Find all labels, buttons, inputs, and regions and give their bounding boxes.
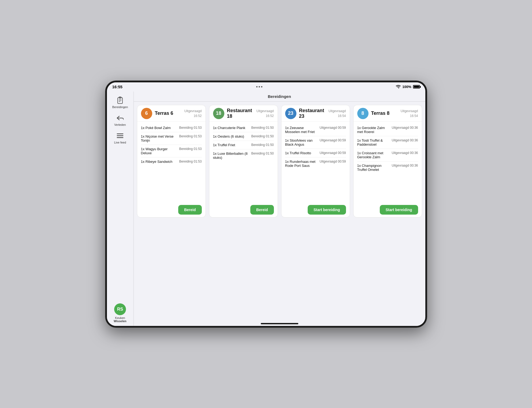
card-items-3: 1x Gerookte Zalm met RoereiUitgevraagd 0… (354, 122, 422, 202)
item-status-2-2: Uitgevraagd 00:59 (319, 151, 346, 155)
item-name-2-1: 1x Stoofvlees van Black Angus (285, 138, 318, 146)
item-status-0-2: Bereiding 01:53 (179, 147, 202, 151)
card-header-3: 8Terras 8Uitgevraagd16:54 (354, 105, 422, 122)
action-button-0[interactable]: Bereid (178, 205, 202, 215)
order-item-0-0: 1x Poké Bowl ZalmBereiding 01:53 (141, 124, 202, 132)
battery-icon (413, 85, 420, 89)
order-item-2-1: 1x Stoofvlees van Black AngusUitgevraagd… (285, 136, 346, 149)
item-name-2-2: 1x Truffel Risotto (285, 151, 318, 155)
status-time: 16:55 (112, 84, 122, 89)
item-status-0-1: Bereiding 01:53 (179, 134, 202, 138)
item-name-0-3: 1x Ribeye Sandwich (141, 160, 177, 164)
card-meta-1: Uitgevraagd16:52 (256, 109, 274, 118)
item-status-3-3: Uitgevraagd 00:36 (392, 164, 418, 167)
order-item-2-0: 1x Zeeuwse Mosselen met FrietUitgevraagd… (285, 124, 346, 136)
item-name-2-0: 1x Zeeuwse Mosselen met Friet (285, 126, 318, 134)
action-button-2[interactable]: Start bereiding (308, 205, 346, 215)
wifi-icon (396, 85, 401, 89)
order-item-1-2: 1x Truffel FrietBereiding 01:50 (213, 141, 274, 149)
card-footer-1: Bereid (209, 202, 278, 217)
page-title: Bereidingen (268, 94, 291, 99)
action-button-1[interactable]: Bereid (250, 205, 274, 215)
item-name-1-0: 1x Charcuterie Plank (213, 126, 249, 130)
item-name-1-2: 1x Truffel Friet (213, 143, 249, 147)
order-item-2-2: 1x Truffel RisottoUitgevraagd 00:59 (285, 149, 346, 157)
order-item-3-0: 1x Gerookte Zalm met RoereiUitgevraagd 0… (357, 124, 418, 136)
status-bar-center (256, 86, 262, 87)
card-title-group-2: Restaurant 23 (299, 108, 326, 119)
table-badge-3: 8 (357, 108, 369, 119)
order-card-1: 18Restaurant 18Uitgevraagd16:521x Charcu… (209, 105, 278, 218)
card-meta-3: Uitgevraagd16:54 (401, 109, 418, 118)
card-items-1: 1x Charcuterie PlankBereiding 01:501x Oe… (209, 122, 278, 202)
order-item-3-1: 1x Tosti Truffel & PaddenstoelUitgevraag… (357, 136, 418, 149)
page-title-bar: Bereidingen (134, 91, 425, 102)
action-button-3[interactable]: Start bereiding (380, 205, 418, 215)
order-card-3: 8Terras 8Uitgevraagd16:541x Gerookte Zal… (353, 105, 422, 218)
item-name-3-2: 1x Croissant met Gerookte Zalm (357, 151, 390, 159)
order-card-0: 6Terras 6Uitgevraagd16:521x Poké Bowl Za… (137, 105, 206, 218)
user-action: Wisselen (114, 319, 127, 323)
item-status-1-3: Bereiding 01:50 (251, 152, 274, 155)
item-status-1-1: Bereiding 01:50 (251, 134, 274, 138)
item-status-2-0: Uitgevraagd 00:59 (319, 126, 346, 130)
card-header-1: 18Restaurant 18Uitgevraagd16:52 (209, 105, 278, 122)
order-item-1-1: 1x Oesters (6 stuks)Bereiding 01:50 (213, 132, 274, 141)
item-status-1-2: Bereiding 01:50 (251, 143, 274, 147)
item-status-2-1: Uitgevraagd 00:59 (319, 138, 346, 142)
card-header-0: 6Terras 6Uitgevraagd16:52 (137, 105, 206, 122)
order-item-3-2: 1x Croissant met Gerookte ZalmUitgevraag… (357, 149, 418, 161)
item-status-3-1: Uitgevraagd 00:36 (392, 138, 418, 142)
order-item-1-0: 1x Charcuterie PlankBereiding 01:50 (213, 124, 274, 132)
card-table-name-3: Terras 8 (371, 111, 398, 116)
user-avatar: RS (114, 303, 126, 315)
bottom-bar (134, 318, 425, 326)
status-bar-right: 100% (396, 85, 420, 89)
card-title-group-3: Terras 8 (371, 111, 398, 116)
sidebar-user[interactable]: RS Keuken Wisselen (111, 300, 129, 326)
ipad-frame: 16:55 100% (105, 81, 427, 328)
battery-label: 100% (402, 85, 411, 89)
battery-fill (414, 86, 419, 88)
item-name-3-3: 1x Champignon Truffel Omelet (357, 164, 390, 172)
table-badge-0: 6 (141, 108, 152, 119)
user-name: Keuken (115, 316, 125, 319)
sidebar-label-verleden: Verleden (114, 123, 126, 126)
card-footer-2: Start bereiding (281, 202, 350, 217)
order-card-2: 23Restaurant 23Uitgevraagd16:541x Zeeuws… (281, 105, 350, 218)
card-title-group-0: Terras 6 (155, 111, 182, 116)
orders-grid: 6Terras 6Uitgevraagd16:521x Poké Bowl Za… (134, 102, 425, 318)
order-item-3-3: 1x Champignon Truffel OmeletUitgevraagd … (357, 161, 418, 174)
item-name-0-0: 1x Poké Bowl Zalm (141, 126, 177, 130)
dot-2 (259, 86, 260, 87)
list-icon (116, 132, 124, 140)
back-icon (116, 114, 124, 122)
order-item-1-3: 1x Luxe Bitterballen (8 stuks)Bereiding … (213, 149, 274, 162)
card-footer-3: Start bereiding (354, 202, 422, 217)
home-indicator (261, 323, 298, 324)
item-status-3-2: Uitgevraagd 00:36 (392, 151, 418, 155)
order-item-0-2: 1x Wagyu Burger DeluxeBereiding 01:53 (141, 145, 202, 157)
sidebar-item-livefeed[interactable]: Live feed (107, 129, 133, 147)
item-name-0-1: 1x Niçoise met Verse Tonijn (141, 134, 177, 142)
sidebar-item-verleden[interactable]: Verleden (107, 111, 133, 129)
card-items-2: 1x Zeeuwse Mosselen met FrietUitgevraagd… (281, 122, 350, 202)
card-items-0: 1x Poké Bowl ZalmBereiding 01:531x Niçoi… (137, 122, 206, 202)
status-bar: 16:55 100% (107, 82, 425, 91)
item-status-0-3: Bereiding 01:53 (179, 160, 202, 163)
item-status-2-3: Uitgevraagd 00:59 (319, 160, 346, 163)
dot-1 (256, 86, 258, 87)
card-meta-2: Uitgevraagd16:54 (329, 109, 346, 118)
table-badge-2: 23 (285, 108, 296, 119)
sidebar-item-bereidingen[interactable]: Bereidingen (107, 94, 133, 111)
user-label: Keuken Wisselen (114, 316, 127, 323)
item-name-3-1: 1x Tosti Truffel & Paddenstoel (357, 138, 390, 146)
sidebar-label-bereidingen: Bereidingen (112, 105, 128, 109)
clipboard-icon (116, 96, 124, 104)
order-item-0-1: 1x Niçoise met Verse TonijnBereiding 01:… (141, 132, 202, 145)
card-table-name-1: Restaurant 18 (227, 108, 254, 119)
item-name-2-3: 1x Runderhaas met Rode Port Saus (285, 160, 318, 168)
item-status-3-0: Uitgevraagd 00:36 (392, 126, 418, 130)
card-title-group-1: Restaurant 18 (227, 108, 254, 119)
order-item-0-3: 1x Ribeye SandwichBereiding 01:53 (141, 157, 202, 166)
